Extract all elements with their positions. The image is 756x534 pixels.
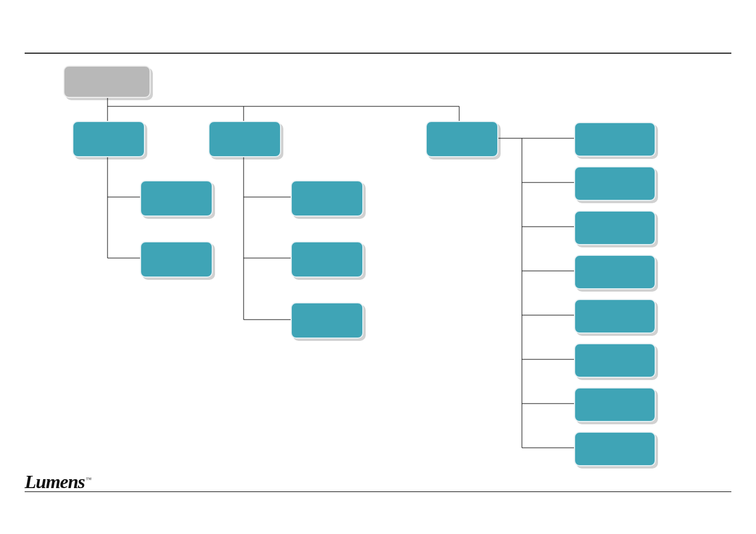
trademark: ™ [86,476,91,483]
brand-text: Lumens [25,471,85,492]
brand-logo: Lumens™ [25,471,91,493]
node-b2 [291,241,363,278]
footer-divider [25,491,731,492]
node-d2 [574,166,656,201]
node-d4 [574,255,656,289]
node-d1 [574,122,656,157]
node-d6 [574,343,656,378]
node-d7 [574,387,656,422]
node-a1 [140,180,213,217]
node-b [208,121,281,157]
node-b3 [291,302,363,339]
node-c [426,121,498,157]
node-a2 [140,241,213,278]
node-b1 [291,180,363,217]
node-a [72,121,145,157]
node-d3 [574,210,656,245]
node-d8 [574,432,656,466]
node-d5 [574,299,656,334]
page: Lumens™ [0,0,756,534]
node-root [63,65,151,98]
